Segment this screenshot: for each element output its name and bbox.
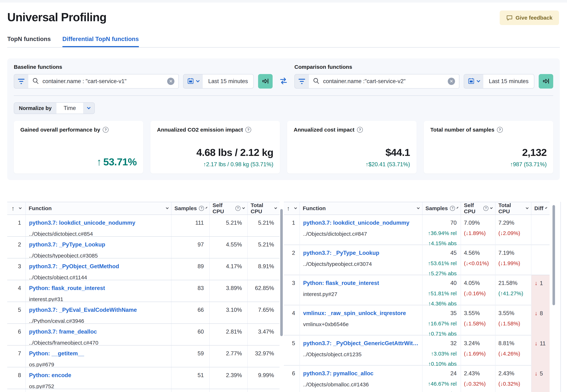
swap-sides-button[interactable]	[273, 74, 294, 89]
comparison-calendar-dropdown[interactable]	[464, 74, 483, 88]
baseline-search-input[interactable]	[42, 78, 164, 84]
tab-topn-functions[interactable]: TopN functions	[7, 36, 51, 47]
sort-column-header[interactable]: ↑	[7, 202, 26, 214]
self-cpu-value: 2.35%	[210, 389, 248, 392]
function-link[interactable]: vmlinux: _raw_spin_unlock_irqrestore	[303, 310, 420, 317]
sort-column-header[interactable]: ↑	[284, 202, 300, 214]
function-link[interactable]: python3.7: _PyType_Lookup	[29, 241, 169, 248]
samples-delta: ↑987 (53.71%)	[430, 161, 547, 168]
comparison-clear-icon[interactable]: ✕	[448, 78, 455, 85]
baseline-filter-button[interactable]	[14, 74, 28, 89]
table-row: 2 python3.7: _PyType_Lookup ../Objects/t…	[7, 237, 279, 258]
column-header-diff[interactable]: Diff	[531, 202, 550, 214]
card-title: Total number of samples	[430, 127, 494, 133]
filter-icon	[299, 79, 305, 84]
function-link[interactable]: python3.7: lookdict_unicode_nodummy	[29, 220, 169, 226]
comparison-filter-button[interactable]	[294, 74, 309, 89]
column-header-total-cpu[interactable]: Total CPU	[248, 202, 279, 214]
column-header-samples[interactable]: Samples ?	[171, 202, 210, 214]
card-title: Annualized CO2 emission impact	[157, 127, 243, 133]
baseline-table-scrollbar[interactable]	[280, 209, 283, 336]
baseline-date-picker: Last 15 minutes	[183, 74, 254, 89]
cost-value: $44.1	[294, 146, 410, 158]
function-file: vmlinux+0xb6546e	[303, 321, 420, 327]
function-link[interactable]: python3.7: _PyObject_GetMethod	[29, 263, 169, 270]
total-cpu-value: 7.65%	[248, 302, 279, 323]
samples-value: 66	[171, 302, 210, 323]
function-link[interactable]: python3.7: lookdict_unicode_nodummy	[303, 220, 420, 226]
comparison-table-scrollbar[interactable]	[553, 205, 555, 305]
filters-panel: Baseline functions ✕	[7, 58, 560, 180]
baseline-refresh-button[interactable]	[258, 74, 273, 89]
column-header-samples[interactable]: Samples ?	[423, 202, 461, 214]
column-header-self-cpu[interactable]: Self CPU ?	[461, 202, 496, 214]
row-rank: 6	[7, 324, 26, 345]
function-link[interactable]: python3.7: pymalloc_alloc	[303, 370, 420, 377]
function-link[interactable]: python3.7: _PyEval_EvalCodeWithName	[29, 307, 169, 313]
function-link[interactable]: Python: encode	[29, 372, 169, 378]
comparison-search-input[interactable]	[323, 78, 444, 84]
row-rank: 1	[7, 215, 26, 236]
page-header: Universal Profiling Give feedback	[0, 2, 567, 25]
card-total-samples: Total number of samples ? 2,132 ↑987 (53…	[424, 121, 553, 173]
help-icon[interactable]: ?	[357, 127, 363, 133]
total-cpu-delta: (↓1.99%)	[498, 260, 531, 266]
help-icon[interactable]: ?	[103, 127, 109, 133]
self-cpu-delta: (↓1.69%)	[464, 351, 495, 357]
baseline-section-label: Baseline functions	[14, 64, 273, 70]
normalize-by-value[interactable]: Time	[56, 103, 83, 114]
normalize-by-dropdown[interactable]	[83, 103, 94, 114]
function-file: ../Objects/frameobject.c#470	[29, 340, 169, 345]
baseline-time-range[interactable]: Last 15 minutes	[203, 74, 253, 88]
function-link[interactable]: Python: flask_route_interest	[303, 280, 420, 286]
function-link[interactable]: python3.7: _PyType_Lookup	[303, 250, 420, 256]
search-icon	[313, 78, 320, 85]
samples-value: 70	[423, 220, 457, 226]
chevron-down-icon	[242, 206, 245, 209]
comparison-section: Comparison functions ✕	[294, 64, 553, 89]
self-cpu-value: 7.09%	[464, 220, 495, 226]
column-header-function[interactable]: Function	[300, 202, 423, 214]
row-rank: 2	[284, 245, 300, 277]
column-header-total-cpu[interactable]: Total CPU	[496, 202, 531, 214]
sort-ascending-icon: ↑	[12, 205, 14, 212]
column-header-function[interactable]: Function	[26, 202, 171, 214]
right-edge-divider	[560, 202, 561, 392]
samples-rel-delta: ↑3.03% rel	[423, 351, 457, 357]
tab-differential-topn-functions[interactable]: Differential TopN functions	[62, 36, 139, 47]
comparison-time-range[interactable]: Last 15 minutes	[483, 74, 534, 88]
give-feedback-label: Give feedback	[516, 15, 553, 21]
chevron-down-icon	[19, 206, 22, 209]
baseline-calendar-dropdown[interactable]	[183, 74, 203, 88]
diff-down-icon: ↓	[535, 340, 538, 347]
co2-delta: ↑2.17 lbs / 0.98 kg (53.71%)	[157, 161, 273, 168]
diff-down-icon: ↓	[535, 280, 538, 287]
panel-divider	[14, 96, 553, 96]
table-row: 5 python3.7: _PyObject_GenericGetAttrWit…	[284, 335, 550, 365]
comparison-table-body: 1 python3.7: lookdict_unicode_nodummy ..…	[284, 215, 550, 392]
help-icon[interactable]: ?	[245, 127, 251, 133]
samples-rel-delta: ↑53.61% rel	[423, 260, 457, 266]
samples-value: 111	[171, 215, 210, 236]
chevron-down-icon	[294, 206, 297, 209]
function-link[interactable]: Python: flask_route_interest	[29, 285, 169, 292]
column-header-self-cpu[interactable]: Self CPU ?	[210, 202, 248, 214]
comparison-date-picker: Last 15 minutes	[464, 74, 534, 89]
self-cpu-value: 2.77%	[210, 346, 248, 367]
function-link[interactable]: Python: __getitem__	[29, 350, 169, 357]
arrow-to-bar-icon	[542, 77, 550, 85]
up-arrow-icon: ↑	[97, 156, 101, 168]
function-link[interactable]: python3.7: _PyObject_GenericGetAttrWithD…	[303, 340, 420, 347]
help-icon[interactable]: ?	[497, 127, 503, 133]
samples-value: 51	[171, 367, 210, 389]
function-link[interactable]: python3.7: frame_dealloc	[29, 328, 169, 335]
give-feedback-button[interactable]: Give feedback	[500, 11, 559, 25]
diff-down-icon: ↓	[535, 370, 538, 377]
baseline-clear-icon[interactable]: ✕	[167, 78, 174, 85]
samples-rel-delta: ↑46.67% rel	[423, 381, 457, 387]
comparison-refresh-button[interactable]	[539, 74, 553, 89]
baseline-table-header: ↑ Function Samples ? Self CPU ? Total CP…	[7, 202, 279, 215]
self-cpu-value: 4.56%	[464, 250, 495, 256]
card-title: Annualized cost impact	[294, 127, 354, 133]
self-cpu-delta: (↓0.32%)	[464, 381, 495, 387]
